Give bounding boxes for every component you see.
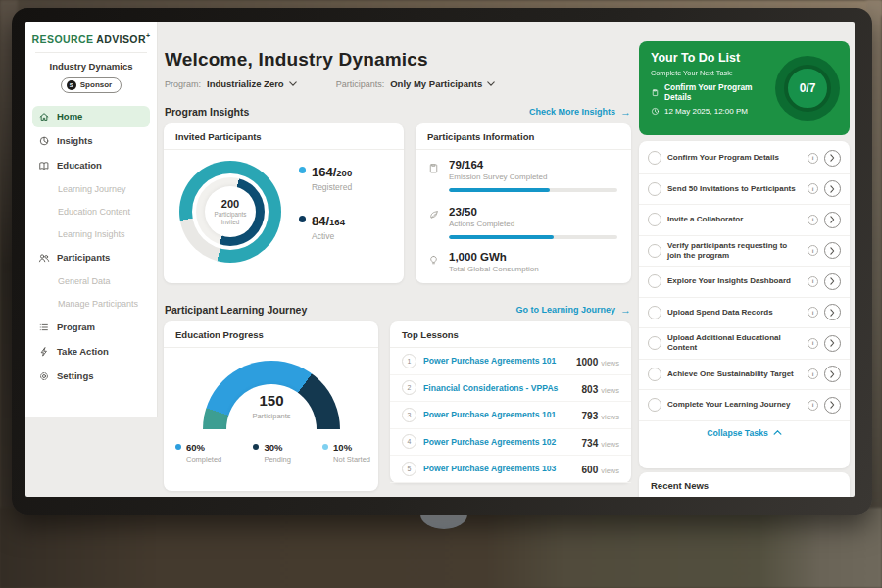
check-more-insights-link[interactable]: Check More Insights: [529, 106, 631, 118]
gauge-center-label: Participants: [252, 412, 290, 420]
legend-dot: [299, 167, 306, 173]
task-row[interactable]: Explore Your Insights Dashboard: [639, 267, 850, 298]
top-lessons-card: Top Lessons 1 Power Purchase Agreements …: [390, 321, 631, 483]
clock-icon: [651, 107, 660, 116]
task-open-button[interactable]: [824, 180, 841, 197]
sidebar-item-learning-journey[interactable]: Learning Journey: [32, 179, 150, 199]
task-open-button[interactable]: [824, 304, 841, 320]
lesson-link[interactable]: Power Purchase Agreements 103: [423, 464, 575, 473]
task-open-button[interactable]: [824, 397, 841, 414]
task-open-button[interactable]: [824, 242, 841, 259]
legend-dot: [175, 444, 181, 450]
education-progress-gauge-chart: 150 Participants: [203, 361, 340, 429]
info-icon[interactable]: [808, 368, 818, 379]
sidebar-item-participants[interactable]: Participants: [32, 247, 150, 269]
lesson-link[interactable]: Financial Considerations - VPPAs: [423, 383, 575, 393]
legend-dot: [253, 444, 259, 450]
task-open-button[interactable]: [824, 150, 841, 167]
section-title-program-insights: Program Insights: [165, 106, 249, 118]
gauge-legend: 60% Completed 30% Pending 10% Not Starte…: [175, 443, 370, 464]
actions-completed-progress-bar: [449, 235, 617, 239]
brand-logo: RESOURCE ADVISOR+: [25, 22, 157, 52]
lesson-link[interactable]: Power Purchase Agreements 101: [423, 356, 569, 366]
chevron-down-icon: [487, 81, 495, 86]
progress-fill: [449, 188, 550, 192]
task-checkbox[interactable]: [648, 213, 662, 226]
chevron-right-icon: [830, 370, 835, 378]
learning-journey-header: Participant Learning Journey Go to Learn…: [165, 304, 631, 316]
sidebar-item-home[interactable]: Home: [32, 106, 150, 127]
stat-emission-survey: 79/164 Emission Survey Completed: [427, 159, 617, 181]
info-icon[interactable]: [808, 276, 818, 287]
arrow-right-icon: [620, 304, 631, 316]
brand-plus: +: [146, 32, 151, 39]
divider: [35, 52, 147, 53]
dashboard-screen: RESOURCE ADVISOR+ Industry Dynamics Spon…: [25, 22, 855, 497]
lesson-rank: 4: [402, 434, 416, 449]
task-open-button[interactable]: [824, 273, 841, 290]
task-open-button[interactable]: [824, 335, 841, 352]
task-checkbox[interactable]: [648, 336, 662, 350]
lesson-link[interactable]: Power Purchase Agreements 101: [423, 410, 575, 419]
task-open-button[interactable]: [824, 212, 841, 228]
info-icon[interactable]: [808, 153, 818, 164]
clipboard-icon: [651, 88, 660, 97]
task-row[interactable]: Complete Your Learning Journey: [639, 390, 850, 421]
gear-icon: [38, 370, 50, 382]
task-row[interactable]: Upload Spend Data Records: [639, 298, 850, 329]
chevron-right-icon: [830, 247, 835, 255]
info-icon[interactable]: [808, 245, 818, 256]
task-checkbox[interactable]: [648, 182, 662, 196]
sidebar-item-education[interactable]: Education: [32, 155, 150, 176]
sidebar-nav: Home Insights Education Learning Journey…: [25, 103, 157, 390]
sidebar-item-learning-insights[interactable]: Learning Insights: [32, 224, 150, 244]
todo-task-list-card: Confirm Your Program Details Send 50 Inv…: [639, 141, 850, 468]
info-icon[interactable]: [808, 215, 818, 225]
info-icon[interactable]: [808, 400, 818, 411]
task-checkbox[interactable]: [648, 274, 662, 288]
lesson-link[interactable]: Power Purchase Agreements 102: [423, 437, 575, 447]
task-row[interactable]: Invite a Collaborator: [639, 205, 850, 236]
clipboard-icon: [427, 162, 440, 174]
task-row[interactable]: Send 50 Invitations to Participants: [639, 174, 850, 206]
progress-fill: [449, 235, 554, 239]
go-to-learning-journey-link[interactable]: Go to Learning Journey: [515, 304, 631, 316]
sidebar-item-program[interactable]: Program: [32, 317, 150, 338]
recent-news-card: Recent News: [639, 472, 850, 497]
task-row[interactable]: Achieve One Sustainability Target: [639, 360, 850, 391]
task-checkbox[interactable]: [648, 244, 662, 258]
sidebar-item-settings[interactable]: Settings: [32, 366, 150, 387]
sidebar-item-take-action[interactable]: Take Action: [32, 341, 150, 363]
sponsor-badge: Sponsor: [61, 77, 122, 93]
chevron-up-icon: [773, 430, 782, 435]
info-icon[interactable]: [808, 338, 818, 349]
task-row[interactable]: Upload Additional Educational Content: [639, 328, 850, 360]
info-icon[interactable]: [808, 307, 818, 318]
sidebar-item-general-data[interactable]: General Data: [32, 271, 150, 291]
sidebar-item-manage-participants[interactable]: Manage Participants: [32, 294, 150, 314]
task-checkbox[interactable]: [648, 368, 662, 381]
task-row[interactable]: Confirm Your Program Details: [639, 143, 850, 174]
sidebar-item-insights[interactable]: Insights: [32, 130, 150, 152]
sidebar: RESOURCE ADVISOR+ Industry Dynamics Spon…: [25, 22, 158, 417]
task-checkbox[interactable]: [648, 398, 662, 412]
sidebar-item-education-content[interactable]: Education Content: [32, 202, 150, 221]
pie-chart-icon: [38, 135, 50, 147]
legend-pending: 30% Pending: [253, 443, 291, 464]
task-row[interactable]: Verify participants requesting to join t…: [639, 236, 850, 268]
lesson-rank: 3: [402, 408, 416, 422]
org-name: Industry Dynamics: [25, 61, 157, 72]
card-title: Invited Participants: [164, 123, 404, 150]
donut-center-label: Participants Invited: [209, 211, 252, 226]
task-checkbox[interactable]: [648, 151, 662, 165]
task-open-button[interactable]: [824, 366, 841, 382]
brand-resource: RESOURCE: [32, 33, 94, 45]
program-filter-label: Program:: [165, 79, 201, 89]
participants-dropdown[interactable]: Only My Participants: [390, 78, 495, 89]
program-dropdown[interactable]: Industrialize Zero: [207, 78, 297, 89]
task-checkbox[interactable]: [648, 306, 662, 319]
arrow-right-icon: [620, 106, 631, 118]
education-progress-card: Education Progress 150 Participants 60% …: [164, 321, 378, 491]
collapse-tasks-link[interactable]: Collapse Tasks: [639, 421, 850, 445]
info-icon[interactable]: [808, 183, 818, 194]
